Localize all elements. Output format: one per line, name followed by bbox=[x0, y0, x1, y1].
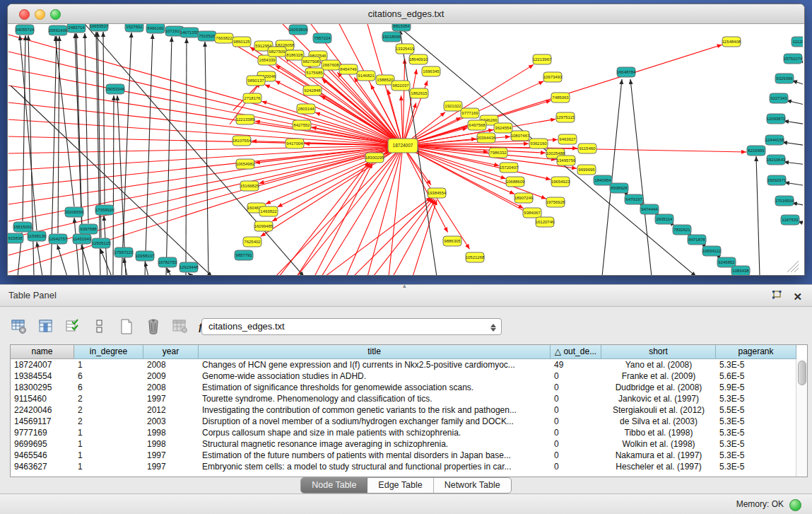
table-cell[interactable]: Jankovic et al. (1997) bbox=[601, 393, 716, 404]
citation-edge[interactable] bbox=[401, 95, 403, 146]
graph-node[interactable]: 2935114 bbox=[655, 214, 673, 224]
graph-node[interactable]: 18907249 bbox=[514, 193, 534, 203]
table-cell[interactable]: 1 bbox=[74, 461, 143, 472]
table-cell[interactable]: Tourette syndrome. Phenomenology and cla… bbox=[199, 393, 551, 404]
graph-node[interactable]: 9329366 bbox=[775, 74, 794, 83]
graph-node[interactable]: 9362160 bbox=[529, 139, 548, 148]
graph-node[interactable]: 9384067 bbox=[523, 208, 541, 218]
column-header-name[interactable]: name bbox=[11, 345, 74, 359]
graph-node[interactable]: 9890137 bbox=[247, 76, 265, 86]
table-cell[interactable]: 0 bbox=[551, 427, 601, 438]
graph-node[interactable]: 18300295 bbox=[365, 153, 384, 163]
graph-node[interactable]: 7832621 bbox=[673, 225, 691, 235]
table-cell[interactable]: 22420046 bbox=[11, 404, 74, 416]
graph-node[interactable]: 16053809 bbox=[289, 25, 308, 35]
table-cell[interactable]: Dudbridge et al. (2008) bbox=[601, 382, 716, 393]
graph-node[interactable]: 1493822 bbox=[259, 206, 278, 216]
graph-node[interactable]: 8186328 bbox=[286, 50, 304, 60]
graph-node[interactable]: 9699695 bbox=[577, 165, 596, 175]
delete-table-icon[interactable] bbox=[143, 317, 163, 337]
graph-node[interactable]: 20691406 bbox=[49, 25, 68, 35]
table-cell[interactable]: 1 bbox=[74, 359, 143, 370]
citation-edge[interactable] bbox=[188, 273, 192, 275]
citation-edge[interactable] bbox=[403, 59, 405, 146]
graph-node[interactable]: 1840954 bbox=[594, 175, 612, 185]
graph-node[interactable]: 16782753 bbox=[158, 257, 177, 267]
graph-node[interactable]: 29053346 bbox=[106, 84, 125, 94]
table-cell[interactable]: Estimation of the future numbers of pati… bbox=[199, 450, 551, 461]
table-cell[interactable]: 1997 bbox=[143, 450, 199, 461]
graph-node[interactable]: 18640910 bbox=[409, 54, 428, 64]
graph-node[interactable]: 17016504 bbox=[775, 196, 794, 206]
citation-edge[interactable] bbox=[784, 182, 803, 186]
table-cell[interactable]: 0 bbox=[551, 404, 601, 416]
graph-node[interactable]: 1921022 bbox=[444, 101, 462, 111]
table-cell[interactable]: Genome-wide association studies in ADHD. bbox=[199, 370, 551, 382]
tab-node-table[interactable]: Node Table bbox=[301, 478, 367, 493]
graph-node[interactable]: 12975115 bbox=[556, 112, 575, 122]
citation-edge[interactable] bbox=[23, 35, 25, 221]
table-cell[interactable]: 18300295 bbox=[11, 382, 74, 393]
table-settings-icon[interactable] bbox=[8, 317, 29, 337]
citation-edge[interactable] bbox=[122, 33, 131, 275]
memory-status-icon[interactable] bbox=[789, 499, 801, 511]
citation-edge[interactable] bbox=[186, 38, 187, 275]
table-cell[interactable]: 1 bbox=[74, 450, 143, 461]
table-cell[interactable]: Structural magnetic resonance image aver… bbox=[199, 438, 551, 450]
table-cell[interactable]: 5.3E-5 bbox=[716, 461, 796, 472]
table-cell[interactable]: 2012 bbox=[143, 404, 199, 416]
graph-node[interactable]: 11568139 bbox=[28, 231, 47, 241]
citation-edge[interactable] bbox=[8, 146, 403, 238]
table-cell[interactable]: 0 bbox=[551, 461, 601, 472]
window-titlebar[interactable]: citations_edges.txt bbox=[8, 4, 804, 24]
column-header-year[interactable]: year bbox=[143, 345, 199, 359]
citation-edge[interactable] bbox=[630, 79, 652, 275]
table-source-combobox[interactable]: citations_edges.txt bbox=[201, 318, 502, 335]
citation-edge[interactable] bbox=[103, 32, 105, 204]
table-cell[interactable]: 1997 bbox=[143, 393, 199, 404]
table-cell[interactable]: Corpus callosum shape and size in male p… bbox=[199, 427, 551, 438]
graph-node[interactable]: 9245852 bbox=[717, 257, 736, 267]
table-row[interactable]: 946554611997Estimation of the future num… bbox=[11, 450, 796, 461]
graph-node[interactable]: 20206556 bbox=[65, 207, 84, 217]
table-cell[interactable]: 6 bbox=[74, 382, 143, 393]
graph-node[interactable]: 2803144 bbox=[297, 104, 315, 114]
table-cell[interactable]: 5.3E-5 bbox=[716, 438, 796, 450]
graph-node[interactable]: 2667608 bbox=[322, 60, 340, 70]
table-cell[interactable]: 1998 bbox=[143, 438, 199, 450]
citation-edge[interactable] bbox=[784, 121, 803, 124]
table-cell[interactable]: 1 bbox=[74, 438, 143, 450]
column-header-out_de[interactable]: △ out_de... bbox=[551, 345, 601, 359]
table-cell[interactable]: Hescheler et al. (1997) bbox=[601, 461, 716, 472]
close-panel-icon[interactable]: ✕ bbox=[793, 291, 802, 303]
table-cell[interactable]: 9699695 bbox=[11, 438, 74, 450]
combobox-stepper-icon[interactable] bbox=[490, 322, 496, 333]
scrollbar-thumb[interactable] bbox=[798, 361, 806, 385]
tab-network-table[interactable]: Network Table bbox=[434, 478, 511, 493]
new-table-icon[interactable] bbox=[116, 317, 136, 337]
graph-node[interactable]: 7986332 bbox=[489, 148, 507, 158]
citation-edge[interactable] bbox=[167, 268, 171, 275]
graph-node[interactable]: 6497568 bbox=[468, 120, 486, 130]
graph-node[interactable]: 16099485 bbox=[254, 221, 273, 231]
graph-node[interactable]: 14671355 bbox=[180, 28, 199, 37]
column-visibility-icon[interactable] bbox=[35, 317, 56, 337]
graph-node[interactable]: 1527602 bbox=[125, 24, 143, 32]
graph-node[interactable]: 16648784 bbox=[617, 67, 636, 77]
graph-node[interactable]: 12213389 bbox=[236, 115, 255, 124]
graph-node[interactable]: 9115460 bbox=[578, 144, 596, 153]
table-panel-titlebar[interactable]: ▴ Table Panel ✕ bbox=[0, 285, 812, 307]
table-cell[interactable]: 9777169 bbox=[11, 427, 74, 438]
table-cell[interactable]: Changes of HCN gene expression and I(f) … bbox=[199, 359, 551, 370]
resize-grip-icon[interactable] bbox=[791, 264, 799, 272]
table-cell[interactable]: 5.5E-5 bbox=[716, 404, 796, 416]
column-header-in_degree[interactable]: in_degree bbox=[74, 345, 143, 359]
graph-node[interactable]: 8938928 bbox=[610, 183, 628, 193]
table-cell[interactable]: Tibbo et al. (1998) bbox=[601, 427, 716, 438]
citation-edge[interactable] bbox=[8, 146, 403, 255]
graph-node[interactable]: 9463627 bbox=[558, 134, 577, 144]
table-cell[interactable]: 2 bbox=[74, 404, 143, 416]
graph-node[interactable]: 16120746 bbox=[536, 217, 555, 227]
graph-node[interactable]: 3915838 bbox=[8, 233, 23, 243]
table-cell[interactable]: 18724007 bbox=[11, 359, 74, 370]
